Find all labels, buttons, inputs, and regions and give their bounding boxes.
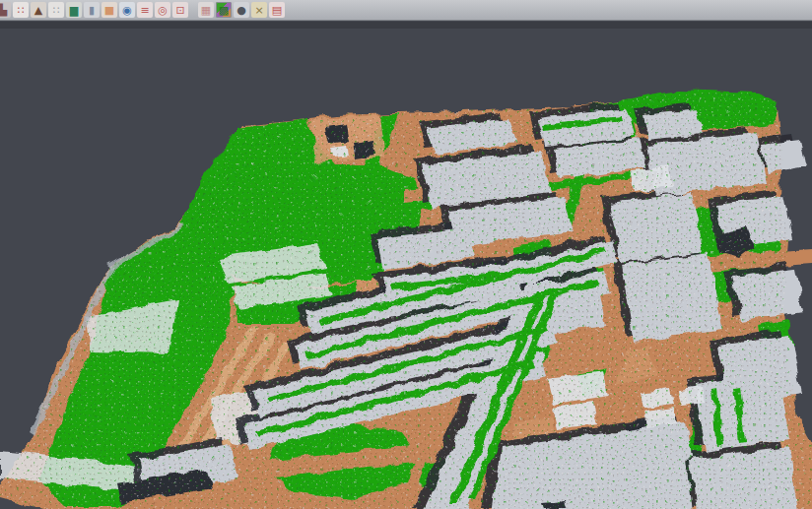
grid-icon[interactable]: ▦: [198, 2, 214, 18]
faint-points-glyph: ∷: [53, 5, 60, 16]
flag-icon[interactable]: ▤: [269, 2, 285, 18]
column-icon[interactable]: ▮: [84, 2, 100, 18]
select-region-icon[interactable]: ⊡: [172, 2, 188, 18]
classification-colors-glyph: ▩: [219, 5, 229, 16]
viewport-3d[interactable]: [0, 22, 812, 509]
column-glyph: ▮: [89, 5, 95, 16]
target-icon[interactable]: ◎: [155, 2, 170, 18]
pointcloud-speckle: [0, 91, 812, 509]
faint-points-icon[interactable]: ∷: [48, 2, 64, 18]
orange-tile-icon[interactable]: ■: [102, 2, 117, 18]
orange-tile-glyph: ■: [104, 5, 114, 16]
classified-pointcloud: [0, 90, 812, 509]
application-window: { "toolbar": { "icons": [ {"name":"windo…: [0, 0, 812, 509]
target-glyph: ◎: [158, 5, 168, 16]
pointcloud-scene-canvas[interactable]: [0, 22, 812, 509]
window-partial-glyph: ▙: [0, 5, 7, 16]
measure-icon[interactable]: ×: [251, 2, 267, 18]
terrain-icon[interactable]: ▲: [31, 2, 46, 18]
surface-icon[interactable]: ▆: [66, 2, 82, 18]
flag-glyph: ▤: [272, 5, 282, 16]
toolbar: ▙∷▲∷▆▮■◉≡◎⊡▦▩●×▤: [0, 0, 812, 21]
list-icon[interactable]: ≡: [137, 2, 153, 18]
sphere-glyph: ●: [237, 5, 246, 16]
measure-glyph: ×: [254, 5, 263, 16]
classification-colors-icon[interactable]: ▩: [216, 2, 232, 18]
window-partial-icon[interactable]: ▙: [0, 2, 11, 18]
sphere-icon[interactable]: ●: [234, 2, 249, 18]
globe-icon[interactable]: ◉: [119, 2, 135, 18]
surface-glyph: ▆: [70, 5, 78, 16]
list-glyph: ≡: [140, 5, 149, 16]
terrain-glyph: ▲: [34, 5, 42, 16]
scatter-points-icon[interactable]: ∷: [13, 2, 29, 18]
scatter-points-glyph: ∷: [18, 5, 25, 16]
select-region-glyph: ⊡: [175, 5, 184, 16]
grid-glyph: ▦: [201, 5, 211, 16]
globe-glyph: ◉: [122, 5, 132, 16]
